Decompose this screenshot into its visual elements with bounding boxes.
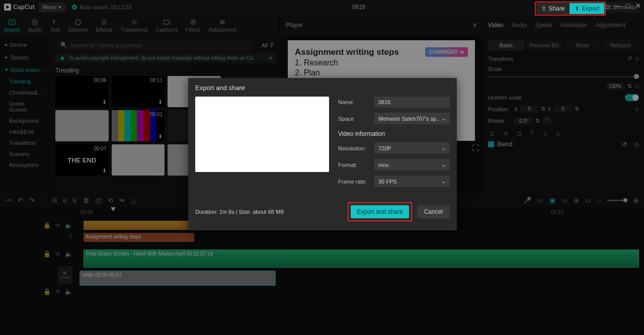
- framerate-select[interactable]: 30 FPS⌄: [374, 176, 450, 187]
- split-right-icon[interactable]: ⎘: [73, 197, 77, 204]
- tab-filters[interactable]: Filters: [186, 18, 201, 33]
- mute-icon[interactable]: 🔈: [65, 288, 72, 295]
- reverse-icon[interactable]: ⟲: [108, 197, 113, 204]
- media-thumb[interactable]: 00:11⬇: [112, 76, 165, 107]
- keyframe-icon[interactable]: ◇: [634, 141, 639, 148]
- redo-icon[interactable]: ↷: [29, 197, 35, 204]
- tab-stickers[interactable]: Stickers: [68, 18, 88, 33]
- delete-icon[interactable]: 🗑: [83, 197, 90, 204]
- tl-opt3-icon[interactable]: ▭: [561, 197, 568, 204]
- download-icon[interactable]: ⬇: [158, 133, 163, 140]
- tl-opt1-icon[interactable]: ▭: [537, 197, 543, 204]
- mirror-icon[interactable]: ⇋: [119, 197, 125, 204]
- align-middle-icon[interactable]: ⊥: [540, 130, 549, 137]
- zoom-out-icon[interactable]: ○: [597, 197, 601, 204]
- media-thumb[interactable]: ⬇: [112, 144, 165, 176]
- reset-icon[interactable]: ↺: [627, 55, 632, 61]
- subtab-basic[interactable]: Basic: [488, 40, 524, 50]
- tl-opt4-icon[interactable]: ⊕: [574, 197, 579, 204]
- mic-icon[interactable]: 🎤: [523, 197, 531, 204]
- sidebar-sub-transitions[interactable]: Transitions: [0, 137, 52, 148]
- project-title[interactable]: 0816: [136, 4, 582, 11]
- text-clip[interactable]: Assignment writing steps: [84, 233, 194, 242]
- reset-icon[interactable]: ↺: [622, 141, 627, 148]
- undo-icon[interactable]: ↶: [18, 197, 23, 204]
- lock-icon[interactable]: 🔒: [43, 288, 51, 295]
- rtab-animation[interactable]: Animation: [560, 22, 587, 29]
- tab-captions[interactable]: Captions: [155, 18, 177, 33]
- keyframe-icon[interactable]: ◇: [635, 83, 639, 90]
- mute-icon[interactable]: 🔈: [65, 222, 72, 229]
- stepper-icon[interactable]: ⇅: [575, 106, 579, 112]
- rtab-audio[interactable]: Audio: [511, 22, 527, 29]
- sidebar-item-spaces[interactable]: ▸ Spaces: [0, 51, 52, 63]
- split-left-icon[interactable]: ⎗: [63, 197, 67, 204]
- rotate-dial[interactable]: –: [542, 116, 552, 126]
- close-window-icon[interactable]: ✕: [635, 2, 641, 10]
- space-select[interactable]: Mehwish Saleh767's sp...⌄: [374, 113, 450, 124]
- download-icon[interactable]: ⬇: [102, 133, 107, 140]
- sidebar-item-stock[interactable]: ▾ Stock mater...: [0, 63, 52, 76]
- align-bottom-icon[interactable]: ⊥: [553, 130, 562, 137]
- cancel-button[interactable]: Cancel: [417, 205, 450, 218]
- search-input[interactable]: 🔍Search for videos and photos: [55, 39, 255, 51]
- export-button[interactable]: ⬆Export: [570, 3, 604, 14]
- lock-icon[interactable]: 🔒: [43, 250, 51, 258]
- eye-icon[interactable]: 👁: [55, 288, 61, 295]
- playhead[interactable]: [111, 207, 116, 216]
- name-input[interactable]: 0816: [374, 97, 450, 108]
- sidebar-sub-trending[interactable]: Trending: [0, 76, 52, 87]
- hamburger-icon[interactable]: ≡: [473, 22, 476, 29]
- eye-icon[interactable]: 👁: [55, 222, 61, 229]
- subtab-removebg[interactable]: Remove BG: [526, 40, 562, 50]
- pos-x-input[interactable]: 0: [520, 105, 539, 113]
- align-center-icon[interactable]: ≡: [501, 130, 510, 137]
- stepper-icon[interactable]: ⇅: [541, 106, 545, 112]
- lock-icon[interactable]: 🔒: [43, 222, 51, 229]
- tab-audio[interactable]: Audio: [28, 18, 42, 33]
- align-left-icon[interactable]: ⊏: [488, 130, 497, 137]
- media-thumb[interactable]: ⬇: [55, 110, 109, 141]
- eye-icon[interactable]: 👁: [55, 250, 61, 258]
- format-select[interactable]: mov⌄: [374, 159, 450, 171]
- pointer-icon[interactable]: ⭢: [5, 197, 12, 204]
- audio-clip[interactable]: [84, 221, 199, 230]
- rtab-speed[interactable]: Speed: [535, 22, 552, 29]
- speed-icon[interactable]: △: [131, 197, 136, 204]
- align-right-icon[interactable]: ⊐: [514, 130, 523, 137]
- sidebar-sub-christmas[interactable]: Christmas&...: [0, 87, 52, 98]
- pos-y-input[interactable]: 0: [553, 105, 573, 113]
- split-icon[interactable]: ⎘: [53, 197, 57, 204]
- tab-adjustment[interactable]: Adjustment: [209, 18, 236, 33]
- tl-opt5-icon[interactable]: ▭: [585, 197, 591, 204]
- filter-all[interactable]: All ⚲: [259, 42, 277, 48]
- expand-icon[interactable]: ⛶: [472, 144, 479, 152]
- export-and-share-button[interactable]: Export and share: [351, 205, 409, 218]
- menu-button[interactable]: Menu ▾: [39, 3, 66, 12]
- tab-transitions[interactable]: Transitions: [121, 18, 147, 33]
- scale-slider[interactable]: [488, 76, 639, 77]
- share-button[interactable]: ⇪Share: [536, 3, 570, 14]
- sidebar-sub-background[interactable]: Background: [0, 115, 52, 126]
- media-thumb[interactable]: 00:06⬇: [55, 76, 109, 107]
- tab-import[interactable]: Import: [4, 18, 20, 33]
- scale-value[interactable]: 100%: [605, 82, 624, 90]
- tl-opt2-icon[interactable]: ▣: [549, 197, 555, 204]
- image-clip[interactable]: white 00:00:05:01: [79, 271, 276, 286]
- media-thumb[interactable]: 00:01⬇: [112, 110, 165, 141]
- blend-checkbox[interactable]: [488, 141, 494, 147]
- sidebar-sub-greenscreen[interactable]: Green Screen: [0, 98, 52, 115]
- keyframe-icon[interactable]: ◇: [635, 55, 639, 61]
- rotate-input[interactable]: 0.0°: [514, 117, 533, 125]
- mute-icon[interactable]: 🔈: [65, 250, 72, 258]
- subtab-mask[interactable]: Mask: [565, 40, 601, 50]
- subtab-retouch[interactable]: Retouch: [603, 40, 639, 50]
- tab-effects[interactable]: Effects: [96, 18, 113, 33]
- keyframe-icon[interactable]: ◇: [635, 106, 639, 112]
- media-thumb[interactable]: 00:07THE END⬇: [55, 144, 109, 176]
- download-icon[interactable]: ⬇: [102, 99, 107, 106]
- maximize-icon[interactable]: □: [626, 2, 630, 10]
- zoom-slider[interactable]: [607, 200, 627, 201]
- sidebar-sub-scenery[interactable]: Scenery: [0, 148, 52, 159]
- crop-icon[interactable]: ◫: [96, 197, 102, 204]
